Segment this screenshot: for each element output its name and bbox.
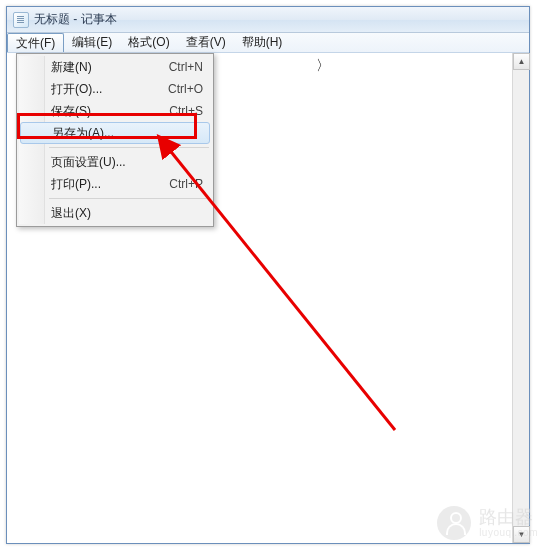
- vertical-scrollbar[interactable]: ▲ ▼: [512, 53, 529, 543]
- menuitem-label: 新建(N): [51, 59, 149, 76]
- watermark-title: 路由器: [479, 508, 538, 528]
- menuitem-page-setup[interactable]: 页面设置(U)...: [19, 151, 211, 173]
- menuitem-shortcut: Ctrl+P: [169, 177, 203, 191]
- menu-format[interactable]: 格式(O): [120, 33, 177, 52]
- titlebar[interactable]: 无标题 - 记事本: [7, 7, 529, 33]
- menuitem-shortcut: Ctrl+S: [169, 104, 203, 118]
- menuitem-label: 打开(O)...: [51, 81, 148, 98]
- watermark-subtitle: luyouqi.com: [479, 527, 538, 538]
- menu-edit[interactable]: 编辑(E): [64, 33, 120, 52]
- notepad-window: 无标题 - 记事本 文件(F) 编辑(E) 格式(O) 查看(V) 帮助(H) …: [6, 6, 530, 544]
- menubar: 文件(F) 编辑(E) 格式(O) 查看(V) 帮助(H): [7, 33, 529, 53]
- menuitem-label: 保存(S): [51, 103, 149, 120]
- watermark: 路由器 luyouqi.com: [437, 506, 538, 540]
- menu-help[interactable]: 帮助(H): [234, 33, 291, 52]
- menu-view[interactable]: 查看(V): [178, 33, 234, 52]
- menuitem-save[interactable]: 保存(S) Ctrl+S: [19, 100, 211, 122]
- menuitem-open[interactable]: 打开(O)... Ctrl+O: [19, 78, 211, 100]
- menuitem-label: 打印(P)...: [51, 176, 149, 193]
- menuitem-label: 页面设置(U)...: [51, 154, 183, 171]
- window-title: 无标题 - 记事本: [34, 11, 117, 28]
- menu-separator: [49, 147, 209, 148]
- menuitem-shortcut: Ctrl+N: [169, 60, 203, 74]
- menu-file[interactable]: 文件(F): [7, 33, 64, 52]
- menuitem-print[interactable]: 打印(P)... Ctrl+P: [19, 173, 211, 195]
- menuitem-shortcut: Ctrl+O: [168, 82, 203, 96]
- menuitem-exit[interactable]: 退出(X): [19, 202, 211, 224]
- file-menu-dropdown: 新建(N) Ctrl+N 打开(O)... Ctrl+O 保存(S) Ctrl+…: [16, 53, 214, 227]
- menuitem-label: 另存为(A)...: [52, 125, 181, 142]
- menuitem-new[interactable]: 新建(N) Ctrl+N: [19, 56, 211, 78]
- menuitem-label: 退出(X): [51, 205, 183, 222]
- menuitem-save-as[interactable]: 另存为(A)...: [20, 122, 210, 144]
- scroll-up-button[interactable]: ▲: [513, 53, 530, 70]
- notepad-icon: [13, 12, 29, 28]
- menu-separator: [49, 198, 209, 199]
- watermark-router-icon: [437, 506, 471, 540]
